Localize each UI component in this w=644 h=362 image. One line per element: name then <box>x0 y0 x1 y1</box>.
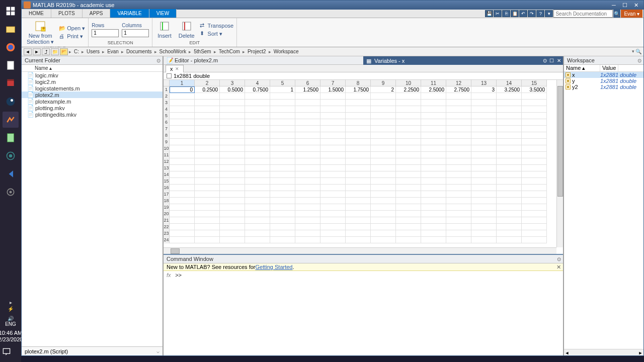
grid-cell[interactable] <box>245 113 270 119</box>
row-header[interactable]: 20 <box>164 211 170 217</box>
grid-cell[interactable] <box>497 139 522 145</box>
grid-cell[interactable] <box>371 139 396 145</box>
row-header[interactable]: 15 <box>164 178 170 185</box>
grid-cell[interactable] <box>320 237 346 243</box>
col-header[interactable]: 9 <box>371 80 396 86</box>
grid-cell[interactable] <box>446 171 471 178</box>
grid-cell[interactable] <box>421 211 446 217</box>
grid-cell[interactable] <box>446 191 471 198</box>
file-item[interactable]: 📄plottingedits.mkv <box>22 111 163 118</box>
grid-cell[interactable] <box>270 158 295 165</box>
grid-cell[interactable] <box>471 145 497 152</box>
grid-cell[interactable] <box>295 211 320 217</box>
grid-cell[interactable] <box>346 139 371 145</box>
grid-cell[interactable] <box>295 165 320 171</box>
grid-cell[interactable] <box>421 139 446 145</box>
grid-cell[interactable] <box>170 178 195 185</box>
columns-input[interactable] <box>122 29 149 37</box>
grid-cell[interactable] <box>497 165 522 171</box>
language-indicator[interactable]: ENG <box>0 321 23 327</box>
grid-cell[interactable] <box>295 113 320 119</box>
grid-cell[interactable] <box>396 230 421 237</box>
grid-cell[interactable]: 1.7500 <box>346 86 371 93</box>
grid-cell[interactable] <box>522 100 547 106</box>
grid-cell[interactable] <box>195 145 220 152</box>
cf-column-header[interactable]: Name ▴ <box>22 65 163 72</box>
grid-cell[interactable] <box>346 211 371 217</box>
grid-cell[interactable] <box>295 100 320 106</box>
grid-cell[interactable] <box>471 119 497 126</box>
grid-cell[interactable] <box>270 204 295 211</box>
grid-cell[interactable] <box>320 191 346 198</box>
grid-cell[interactable] <box>195 204 220 211</box>
row-header[interactable]: 6 <box>164 119 170 126</box>
variable-grid[interactable]: 123456789101112131415100.25000.50000.750… <box>164 80 563 254</box>
grid-cell[interactable] <box>245 191 270 198</box>
grid-cell[interactable] <box>195 100 220 106</box>
network-icon[interactable]: ⚡ <box>8 306 14 312</box>
grid-cell[interactable] <box>320 178 346 185</box>
grid-cell[interactable]: 3 <box>471 86 497 93</box>
row-header[interactable]: 21 <box>164 217 170 224</box>
grid-cell[interactable] <box>346 100 371 106</box>
grid-cell[interactable] <box>421 171 446 178</box>
grid-cell[interactable] <box>522 106 547 113</box>
grid-cell[interactable] <box>471 230 497 237</box>
grid-cell[interactable] <box>170 139 195 145</box>
grid-cell[interactable] <box>346 126 371 132</box>
grid-cell[interactable] <box>220 178 245 185</box>
grid-cell[interactable] <box>346 113 371 119</box>
grid-cell[interactable] <box>245 100 270 106</box>
grid-cell[interactable] <box>371 132 396 139</box>
grid-cell[interactable] <box>446 178 471 185</box>
grid-cell[interactable] <box>346 106 371 113</box>
path-search-icon[interactable]: 🔍 <box>635 49 641 54</box>
grid-cell[interactable] <box>195 126 220 132</box>
grid-cell[interactable]: 3.5000 <box>522 86 547 93</box>
grid-cell[interactable] <box>320 158 346 165</box>
grid-cell[interactable] <box>497 224 522 230</box>
grid-cell[interactable] <box>220 100 245 106</box>
grid-cell[interactable] <box>220 191 245 198</box>
grid-cell[interactable] <box>220 158 245 165</box>
grid-cell[interactable] <box>346 178 371 185</box>
grid-cell[interactable] <box>195 119 220 126</box>
grid-cell[interactable] <box>421 178 446 185</box>
grid-cell[interactable] <box>170 230 195 237</box>
grid-cell[interactable] <box>497 132 522 139</box>
variable-tab-x[interactable]: x ✕ <box>166 65 184 72</box>
grid-cell[interactable] <box>320 106 346 113</box>
qat-help-icon[interactable]: ? <box>536 10 544 17</box>
grid-cell[interactable] <box>421 145 446 152</box>
qat-copy-icon[interactable]: ⎘ <box>502 10 510 17</box>
workspace-scrollbar[interactable]: ◄ ► <box>564 349 643 355</box>
grid-cell[interactable] <box>471 100 497 106</box>
qat-redo-icon[interactable]: ↷ <box>528 10 536 17</box>
grid-cell[interactable] <box>446 100 471 106</box>
grid-cell[interactable] <box>245 171 270 178</box>
grid-cell[interactable] <box>295 158 320 165</box>
grid-cell[interactable] <box>371 224 396 230</box>
grid-cell[interactable] <box>471 106 497 113</box>
grid-cell[interactable] <box>346 191 371 198</box>
obs-icon[interactable] <box>3 148 19 164</box>
grid-cell[interactable] <box>320 100 346 106</box>
file-item[interactable]: 📄logicstatements.m <box>22 85 163 92</box>
browse-button[interactable]: 📁 <box>51 48 59 55</box>
grid-cell[interactable] <box>471 237 497 243</box>
grid-cell[interactable] <box>320 198 346 204</box>
grid-cell[interactable] <box>270 211 295 217</box>
grid-cell[interactable] <box>421 158 446 165</box>
grid-cell[interactable] <box>220 113 245 119</box>
grid-cell[interactable] <box>170 198 195 204</box>
grid-cell[interactable] <box>170 152 195 158</box>
grid-cell[interactable] <box>170 204 195 211</box>
grid-cell[interactable] <box>396 224 421 230</box>
col-header[interactable]: 14 <box>497 80 522 86</box>
grid-cell[interactable] <box>396 113 421 119</box>
row-header[interactable]: 16 <box>164 185 170 191</box>
grid-cell[interactable] <box>170 113 195 119</box>
grid-cell[interactable] <box>446 119 471 126</box>
search-icon[interactable]: 🔍 <box>613 10 620 18</box>
grid-cell[interactable] <box>320 204 346 211</box>
